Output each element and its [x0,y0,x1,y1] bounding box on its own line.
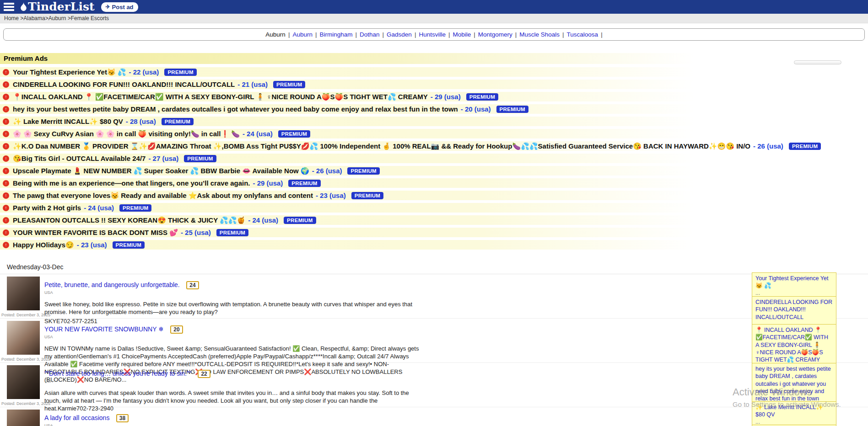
premium-badge[interactable]: PREMIUM [347,167,379,175]
premium-ad-title[interactable]: CINDERELLA LOOKING FOR FUN!!! OAKLAND!!!… [13,80,235,88]
mini-horizontal-scrollbar[interactable] [794,60,841,64]
premium-ad-title[interactable]: 🌸 🌸 Sexy CuRvy Asian 🌸 🌸 in call 🍑 visit… [13,130,240,138]
hamburger-menu-icon[interactable] [4,3,14,11]
post-ad-label: Post ad [112,4,134,11]
premium-badge[interactable]: PREMIUM [351,192,383,199]
premium-ad-age: - 24 (usa) [243,130,273,138]
premium-ad-row[interactable]: ↑ Happy HOlidays😏 - 23 (usa) PREMIUM [0,240,868,250]
listing-photo[interactable] [7,277,40,310]
breadcrumb[interactable]: Home >Alabama>Auburn >Female Escorts [0,14,868,23]
listing-title-link[interactable]: YOUR NEW FAVORITE SNOWBUNNY ❄ [44,325,164,333]
listing-description: Sweet like honey, bold like espresso. Pe… [44,301,420,316]
city-link-birmingham[interactable]: Birmingham [319,31,352,38]
premium-ad-row[interactable]: ↑ 🌸 🌸 Sexy CuRvy Asian 🌸 🌸 in call 🍑 vis… [0,129,868,138]
flame-icon [20,2,27,12]
premium-ad-row[interactable]: ↑ CINDERELLA LOOKING FOR FUN!!! OAKLAND!… [0,80,868,89]
premium-ad-title[interactable]: 😘Big Tits Girl - OUTCALL Available 24/7 [13,154,146,163]
premium-ad-age: - 26 (usa) [312,167,342,175]
premium-ad-row[interactable]: ↑ ✨K.O Daa NUMBER 🥇 PROVIDER ⌛✨💋AMAZING … [0,141,868,151]
listing-photo[interactable] [7,365,40,399]
premium-ad-row[interactable]: ↑ Party with 2 Hot girls - 24 (usa) PREM… [0,203,868,213]
premium-ad-row[interactable]: ↑ Upscale Playmate 💄 NEW NUMBER 💦 Super … [0,166,868,176]
premium-ad-title[interactable]: The pawg that everyone loves😼 Ready and … [13,192,313,200]
city-link-huntsville[interactable]: Huntsville [419,31,446,38]
premium-ad-age: - 20 (usa) [461,105,491,113]
page: TinderList ✈ Post ad Home >Alabama>Aubur… [0,0,868,426]
premium-ad-row[interactable]: ↑ The pawg that everyone loves😼 Ready an… [0,191,868,200]
premium-ads-list: ↑ Your Tightest Experience Yet😼 💦 - 22 (… [0,67,868,250]
listings-feed: Petite, brunette, and dangerously unforg… [0,274,868,426]
sidebar-ad-title: Your Tightest Experience Yet😼 💦 [755,275,828,289]
premium-ad-row[interactable]: ↑ Your Tightest Experience Yet😼 💦 - 22 (… [0,67,868,77]
premium-badge[interactable]: PREMIUM [466,93,498,101]
premium-ad-row[interactable]: ↑ hey its your best wettes petite baby D… [0,104,868,114]
city-link-montgomery[interactable]: Montgomery [478,31,512,38]
posted-date: Posted: December 3, 2025 [1,357,50,362]
premium-ad-title[interactable]: PLEASANTON OUTCALLS !! SEXY KOREAN😍 THIC… [13,216,245,224]
premium-badge[interactable]: PREMIUM [273,81,305,88]
city-separator: | [315,31,317,38]
sidebar-ad-box[interactable]: Your Tightest Experience Yet😼 💦 ... [752,272,836,298]
premium-ad-title[interactable]: Party with 2 Hot girls [13,204,81,212]
premium-badge[interactable]: PREMIUM [162,118,194,125]
premium-ad-title[interactable]: ✨K.O Daa NUMBER 🥇 PROVIDER ⌛✨💋AMAZING Th… [13,142,750,150]
city-link-muscle-shoals[interactable]: Muscle Shoals [519,31,560,38]
city-link-auburn[interactable]: Auburn [292,31,313,38]
premium-ad-title[interactable]: 📍INCALL OAKLAND 📍 ✅FACETIME/CAR✅ WITH A … [13,93,428,101]
brand-name: TinderList [28,0,95,14]
premium-ad-row[interactable]: ↑ 😘Big Tits Girl - OUTCALL Available 24/… [0,154,868,163]
premium-ad-title[interactable]: YOUR WINTER FAVORITE IS BACK DONT MISS 💕 [13,229,178,237]
listing-photo[interactable] [7,410,40,426]
listing-photo[interactable] [7,321,40,355]
premium-badge[interactable]: PREMIUM [789,143,821,150]
premium-ad-row[interactable]: ↑ PLEASANTON OUTCALLS !! SEXY KOREAN😍 TH… [0,215,868,225]
up-arrow-icon: ↑ [3,131,9,137]
city-link-gadsden[interactable]: Gadsden [387,31,412,38]
listing-title-link[interactable]: A lady for all occasions [44,414,109,421]
listing-row: ""Don't stare too long… unless you're re… [0,363,868,407]
premium-ad-row[interactable]: ↑ ✨ Lake Merritt INCALL✨ $80 QV - 28 (us… [0,117,868,126]
premium-badge[interactable]: PREMIUM [278,130,310,138]
city-link-dothan[interactable]: Dothan [360,31,380,38]
up-arrow-icon: ↑ [3,229,9,236]
premium-ad-age: - 24 (usa) [248,216,278,224]
premium-badge[interactable]: PREMIUM [496,106,528,113]
premium-badge[interactable]: PREMIUM [288,180,320,187]
posted-date: Posted: December 3, 2025 [1,401,50,406]
city-separator: | [562,31,564,38]
post-ad-button[interactable]: ✈ Post ad [101,2,138,12]
age-badge: 20 [170,325,183,334]
premium-badge[interactable]: PREMIUM [119,204,151,212]
premium-ad-age: - 28 (usa) [126,117,156,125]
premium-badge[interactable]: PREMIUM [184,155,216,162]
premium-badge[interactable]: PREMIUM [216,229,248,236]
premium-ad-title[interactable]: Upscale Playmate 💄 NEW NUMBER 💦 Super So… [13,167,309,175]
premium-badge[interactable]: PREMIUM [284,217,316,224]
city-links: Auburn|Auburn|Birmingham|Dothan|Gadsden|… [264,31,604,38]
sidebar-ad-title: hey its your best wettes petite baby DRE… [755,366,831,402]
sidebar-ad-box[interactable]: ✨ Lake Merritt INCALL✨ $80 QV ... [752,401,836,426]
listing-title-link[interactable]: Petite, brunette, and dangerously unforg… [44,281,180,288]
listing-title-link[interactable]: ""Don't stare too long… unless you're re… [44,370,191,377]
premium-ad-title[interactable]: Being with me is an experience—one that … [13,179,250,187]
city-separator: | [415,31,416,38]
premium-ad-title[interactable]: hey its your best wettes petite baby DRE… [13,105,458,113]
premium-badge[interactable]: PREMIUM [164,69,196,76]
city-separator: | [288,31,290,38]
premium-ad-age: - 29 (usa) [431,93,461,101]
city-link-tuscaloosa[interactable]: Tuscaloosa [567,31,598,38]
city-separator: | [448,31,450,38]
premium-ad-age: - 26 (usa) [753,142,783,150]
premium-ad-title[interactable]: Your Tightest Experience Yet😼 💦 [13,68,126,76]
premium-badge[interactable]: PREMIUM [113,241,145,249]
listing-location: USA [44,335,868,339]
premium-ad-title[interactable]: Happy HOlidays😏 [13,241,74,249]
premium-ad-row[interactable]: ↑ Being with me is an experience—one tha… [0,178,868,188]
city-link-mobile[interactable]: Mobile [453,31,471,38]
premium-ad-title[interactable]: ✨ Lake Merritt INCALL✨ $80 QV [13,117,123,126]
premium-ad-row[interactable]: ↑ YOUR WINTER FAVORITE IS BACK DONT MISS… [0,228,868,237]
paper-plane-icon: ✈ [106,4,110,10]
premium-ad-row[interactable]: ↑ 📍INCALL OAKLAND 📍 ✅FACETIME/CAR✅ WITH … [0,92,868,101]
brand-logo[interactable]: TinderList [20,0,95,14]
city-separator: | [356,31,357,38]
